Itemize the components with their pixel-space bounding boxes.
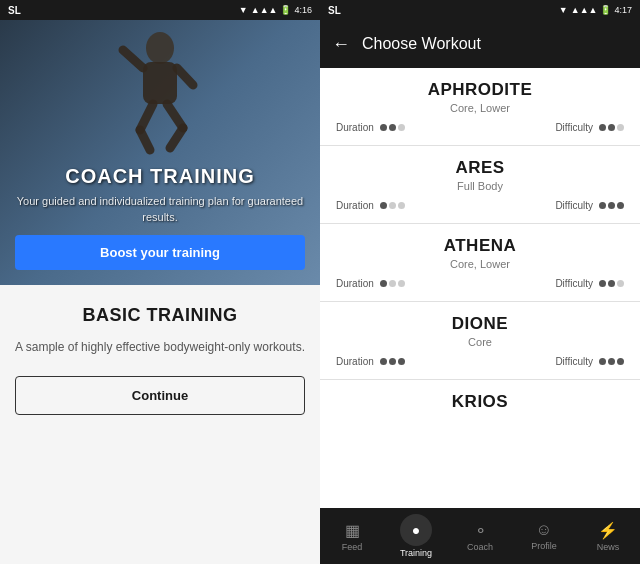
duration-athena: Duration xyxy=(336,278,405,289)
carrier-right: SL xyxy=(328,5,341,16)
workout-list: APHRODITE Core, Lower Duration Difficult… xyxy=(320,68,640,508)
dot xyxy=(389,124,396,131)
difficulty-athena: Difficulty xyxy=(555,278,624,289)
profile-icon: ☺ xyxy=(536,521,552,539)
wifi-icon-right: ▼ xyxy=(559,5,568,15)
nav-label-training: Training xyxy=(400,548,432,558)
workout-category-dione: Core xyxy=(336,336,624,348)
coach-hero: COACH TRAINING Your guided and individua… xyxy=(0,20,320,285)
workout-name-ares: ARES xyxy=(336,158,624,178)
dot xyxy=(380,202,387,209)
nav-item-feed[interactable]: ▦ Feed xyxy=(320,521,384,552)
dot xyxy=(380,124,387,131)
workout-category-ares: Full Body xyxy=(336,180,624,192)
svg-point-0 xyxy=(146,32,174,64)
right-panel: SL ▼ ▲▲▲ 🔋 4:17 ← Choose Workout APHRODI… xyxy=(320,0,640,564)
nav-item-training[interactable]: ● Training xyxy=(384,514,448,558)
dot xyxy=(608,358,615,365)
basic-training-title: BASIC TRAINING xyxy=(83,305,238,326)
duration-dots-aphrodite xyxy=(380,124,405,131)
dot xyxy=(608,202,615,209)
workout-meta-aphrodite: Duration Difficulty xyxy=(336,122,624,133)
left-panel: SL ▼ ▲▲▲ 🔋 4:16 COACH TRAINING xyxy=(0,0,320,564)
dot xyxy=(380,358,387,365)
difficulty-dots-ares xyxy=(599,202,624,209)
difficulty-dots-aphrodite xyxy=(599,124,624,131)
workout-category-athena: Core, Lower xyxy=(336,258,624,270)
duration-label: Duration xyxy=(336,200,374,211)
workout-category-aphrodite: Core, Lower xyxy=(336,102,624,114)
duration-dots-dione xyxy=(380,358,405,365)
difficulty-label: Difficulty xyxy=(555,200,593,211)
difficulty-dione: Difficulty xyxy=(555,356,624,367)
workout-item-krios[interactable]: KRIOS xyxy=(320,380,640,426)
svg-line-5 xyxy=(140,130,150,150)
svg-line-7 xyxy=(170,128,183,148)
workout-name-dione: DIONE xyxy=(336,314,624,334)
svg-line-3 xyxy=(177,68,193,85)
dot xyxy=(608,124,615,131)
nav-item-profile[interactable]: ☺ Profile xyxy=(512,521,576,551)
feed-icon: ▦ xyxy=(345,521,360,540)
difficulty-label: Difficulty xyxy=(555,278,593,289)
continue-button[interactable]: Continue xyxy=(15,376,305,415)
status-icons-right: ▼ ▲▲▲ 🔋 4:17 xyxy=(559,5,632,15)
dot xyxy=(599,124,606,131)
duration-dots-athena xyxy=(380,280,405,287)
dot xyxy=(389,280,396,287)
workout-meta-dione: Duration Difficulty xyxy=(336,356,624,367)
difficulty-dots-dione xyxy=(599,358,624,365)
time-left: 4:16 xyxy=(294,5,312,15)
dot xyxy=(617,124,624,131)
workout-name-krios: KRIOS xyxy=(336,392,624,412)
workout-meta-athena: Duration Difficulty xyxy=(336,278,624,289)
nav-item-news[interactable]: ⚡ News xyxy=(576,521,640,552)
nav-label-news: News xyxy=(597,542,620,552)
training-icon: ● xyxy=(400,514,432,546)
dot xyxy=(398,280,405,287)
duration-label: Duration xyxy=(336,278,374,289)
battery-icon-right: 🔋 xyxy=(600,5,611,15)
status-bar-right: SL ▼ ▲▲▲ 🔋 4:17 xyxy=(320,0,640,20)
dot xyxy=(599,358,606,365)
workout-name-athena: ATHENA xyxy=(336,236,624,256)
basic-training-section: BASIC TRAINING A sample of highly effect… xyxy=(0,285,320,564)
dot xyxy=(389,358,396,365)
difficulty-aphrodite: Difficulty xyxy=(555,122,624,133)
back-button[interactable]: ← xyxy=(332,34,350,55)
dot xyxy=(617,202,624,209)
nav-item-coach[interactable]: ⚬ Coach xyxy=(448,521,512,552)
basic-training-subtitle: A sample of highly effective bodyweight-… xyxy=(15,338,305,356)
duration-aphrodite: Duration xyxy=(336,122,405,133)
workout-item-dione[interactable]: DIONE Core Duration Difficulty xyxy=(320,302,640,380)
signal-icon-right: ▲▲▲ xyxy=(571,5,598,15)
svg-rect-1 xyxy=(143,62,177,104)
workout-item-athena[interactable]: ATHENA Core, Lower Duration Difficulty xyxy=(320,224,640,302)
battery-icon: 🔋 xyxy=(280,5,291,15)
wifi-icon: ▼ xyxy=(239,5,248,15)
duration-dione: Duration xyxy=(336,356,405,367)
nav-label-coach: Coach xyxy=(467,542,493,552)
dot xyxy=(617,358,624,365)
dot xyxy=(398,124,405,131)
workout-item-ares[interactable]: ARES Full Body Duration Difficulty xyxy=(320,146,640,224)
duration-label: Duration xyxy=(336,122,374,133)
workout-meta-ares: Duration Difficulty xyxy=(336,200,624,211)
dot xyxy=(599,280,606,287)
choose-workout-header: ← Choose Workout xyxy=(320,20,640,68)
dot xyxy=(608,280,615,287)
difficulty-ares: Difficulty xyxy=(555,200,624,211)
hero-content: COACH TRAINING Your guided and individua… xyxy=(0,165,320,225)
difficulty-label: Difficulty xyxy=(555,122,593,133)
boost-button[interactable]: Boost your training xyxy=(15,235,305,270)
status-icons-left: ▼ ▲▲▲ 🔋 4:16 xyxy=(239,5,312,15)
difficulty-dots-athena xyxy=(599,280,624,287)
bottom-nav: ▦ Feed ● Training ⚬ Coach ☺ Profile ⚡ Ne… xyxy=(320,508,640,564)
nav-label-profile: Profile xyxy=(531,541,557,551)
dot xyxy=(389,202,396,209)
nav-label-feed: Feed xyxy=(342,542,363,552)
workout-item-aphrodite[interactable]: APHRODITE Core, Lower Duration Difficult… xyxy=(320,68,640,146)
duration-dots-ares xyxy=(380,202,405,209)
workout-name-aphrodite: APHRODITE xyxy=(336,80,624,100)
dot xyxy=(380,280,387,287)
